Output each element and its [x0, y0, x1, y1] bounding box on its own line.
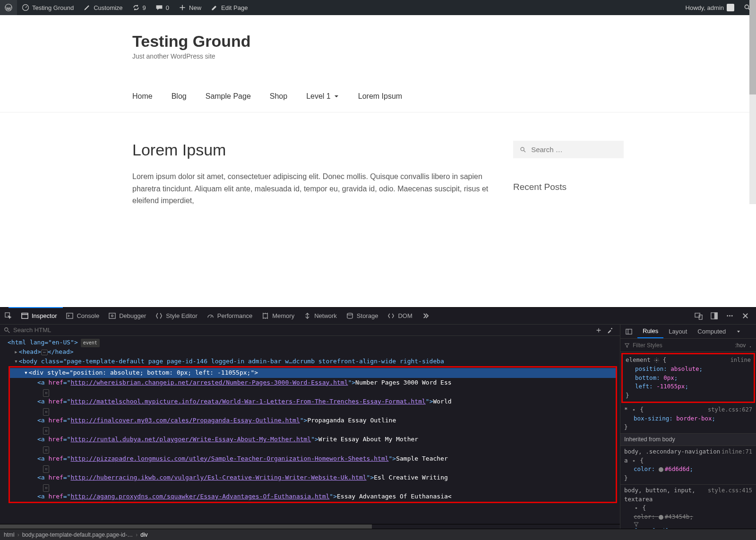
- updates-link[interactable]: 9: [128, 0, 151, 15]
- wordpress-icon: [5, 4, 12, 11]
- dashboard-icon: [22, 4, 29, 11]
- search-box[interactable]: [513, 141, 624, 158]
- pencil-icon: [211, 4, 218, 11]
- wp-logo[interactable]: [0, 0, 17, 15]
- new-label: New: [189, 4, 201, 11]
- updates-count: 9: [143, 4, 146, 11]
- nav-divider: [0, 112, 756, 112]
- comments-count: 0: [166, 4, 169, 11]
- site-tagline: Just another WordPress site: [132, 52, 624, 60]
- search-input[interactable]: [531, 146, 617, 154]
- svg-point-3: [521, 147, 524, 151]
- nav-level1[interactable]: Level 1: [306, 92, 339, 101]
- plus-icon: [179, 4, 186, 11]
- howdy-label: Howdy, admin: [686, 4, 724, 11]
- site-name-link[interactable]: Testing Ground: [17, 0, 78, 15]
- site-title[interactable]: Testing Ground: [132, 32, 624, 51]
- page-body: Lorem ipsum dolor sit amet, consectetuer…: [132, 171, 496, 207]
- brush-icon: [83, 4, 91, 11]
- nav-sample[interactable]: Sample Page: [206, 92, 251, 101]
- comments-link[interactable]: 0: [151, 0, 174, 15]
- new-link[interactable]: New: [174, 0, 206, 15]
- svg-point-2: [745, 5, 748, 9]
- nav-blog[interactable]: Blog: [172, 92, 187, 101]
- recent-posts-heading: Recent Posts: [513, 182, 624, 192]
- customize-link[interactable]: Customize: [78, 0, 127, 15]
- page-scrollbar[interactable]: [749, 0, 756, 204]
- main-nav: Home Blog Sample Page Shop Level 1 Lorem…: [132, 92, 624, 112]
- wp-admin-bar: Testing Ground Customize 9 0 New Edit Pa…: [0, 0, 756, 15]
- customize-label: Customize: [94, 4, 122, 11]
- sidebar: Recent Posts: [513, 141, 624, 207]
- nav-home[interactable]: Home: [132, 92, 153, 101]
- chevron-down-icon: [334, 94, 339, 99]
- search-icon: [520, 146, 526, 154]
- nav-lorem[interactable]: Lorem Ipsum: [358, 92, 402, 101]
- comment-icon: [155, 4, 163, 11]
- howdy-link[interactable]: Howdy, admin: [681, 0, 739, 15]
- site-name-label: Testing Ground: [32, 4, 74, 11]
- edit-page-link[interactable]: Edit Page: [206, 0, 252, 15]
- page-title: Lorem Ipsum: [132, 141, 496, 159]
- refresh-icon: [132, 4, 140, 11]
- nav-shop[interactable]: Shop: [270, 92, 287, 101]
- edit-page-label: Edit Page: [221, 4, 248, 11]
- avatar: [727, 4, 734, 11]
